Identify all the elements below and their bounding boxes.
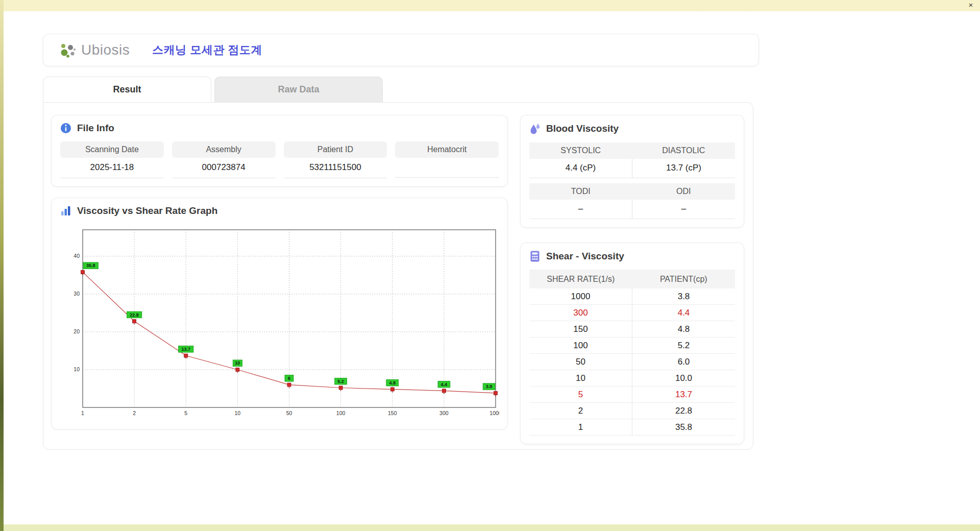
bv-value-row-1: 4.4 (cP) 13.7 (cP) [529,159,735,178]
shear-rate-value: 2 [529,403,632,419]
svg-text:40: 40 [74,253,80,259]
header-card: Ubiosis 스캐닝 모세관 점도계 [43,34,759,66]
svg-text:2: 2 [133,410,136,416]
bv-header-odi: ODI [632,183,736,200]
sv-body: 10003.83004.41504.81005.2506.01010.0513.… [529,288,735,436]
graph-card-title: Viscosity vs Shear Rate Graph [60,205,499,216]
shear-viscosity-row: 3004.4 [529,305,735,321]
bar-chart-icon [60,205,71,216]
file-info-value [395,158,499,178]
shear-viscosity-row: 1010.0 [529,370,735,387]
file-info-label: Scanning Date [60,141,164,158]
right-column: Blood Viscosity SYSTOLIC DIASTOLIC 4.4 (… [520,115,744,444]
bv-header-row-1: SYSTOLIC DIASTOLIC [529,142,735,159]
bv-header-systolic: SYSTOLIC [529,142,632,159]
droplets-icon [529,123,541,135]
svg-text:5: 5 [184,410,187,416]
page-title: 스캐닝 모세관 점도계 [152,42,262,58]
desktop-edge [0,0,4,531]
info-icon [60,123,71,134]
shear-viscosity-title-text: Shear - Viscosity [546,251,624,262]
patient-value: 10.0 [632,370,735,386]
file-info-label: Hematocrit [395,141,499,158]
svg-text:35.8: 35.8 [86,263,95,268]
svg-text:13.7: 13.7 [181,347,190,352]
shear-rate-value: 100 [529,337,632,353]
svg-text:22.8: 22.8 [130,312,139,318]
patient-value: 22.8 [632,403,735,419]
file-info-grid: Scanning Date2025-11-18Assembly000723874… [60,141,499,178]
svg-text:1: 1 [81,410,84,416]
shear-rate-value: 300 [529,305,632,321]
svg-text:1000: 1000 [489,410,499,416]
svg-text:30: 30 [74,291,80,297]
left-column: File Info Scanning Date2025-11-18Assembl… [51,115,508,444]
file-info-field: Assembly000723874 [172,141,276,178]
svg-text:10: 10 [74,366,80,372]
svg-text:3.8: 3.8 [486,384,493,389]
svg-text:10: 10 [235,360,240,366]
bv-value-row-2: – – [529,200,735,219]
shear-rate-value: 5 [529,387,632,402]
patient-value: 4.8 [632,321,735,337]
svg-text:20: 20 [74,328,80,334]
shear-viscosity-row: 513.7 [529,387,735,403]
bv-value-systolic: 4.4 (cP) [529,159,632,178]
file-info-label: Assembly [172,141,276,158]
shear-viscosity-card-title: Shear - Viscosity [529,250,735,262]
shear-viscosity-row: 135.8 [529,419,735,436]
sv-header-row: SHEAR RATE(1/s) PATIENT(cp) [529,270,735,288]
ubiosis-logo: Ubiosis [58,41,130,59]
file-info-field: Hematocrit [395,141,499,178]
window-titlebar: × [0,0,980,11]
patient-value: 4.4 [632,305,735,321]
svg-text:100: 100 [336,410,346,416]
blood-viscosity-table: SYSTOLIC DIASTOLIC 4.4 (cP) 13.7 (cP) TO… [529,142,735,219]
svg-text:10: 10 [235,410,241,416]
svg-text:50: 50 [286,410,292,416]
patient-value: 13.7 [632,387,735,402]
shear-rate-value: 10 [529,370,632,386]
svg-text:6: 6 [288,376,290,381]
bv-value-todi: – [529,200,632,219]
shear-rate-value: 1000 [529,288,632,304]
shear-viscosity-row: 222.8 [529,403,735,419]
tab-result[interactable]: Result [43,77,211,102]
svg-text:150: 150 [388,410,397,416]
blood-viscosity-title-text: Blood Viscosity [546,123,619,134]
shear-viscosity-row: 1005.2 [529,337,735,354]
shear-rate-value: 1 [529,419,632,435]
patient-value: 6.0 [632,354,735,370]
shear-viscosity-table: SHEAR RATE(1/s) PATIENT(cp) 10003.83004.… [529,270,735,436]
file-info-card-title: File Info [60,123,499,134]
viscosity-shear-rate-chart: 102030401251050100150300100035.822.813.7… [64,223,499,421]
file-info-value: 000723874 [172,158,276,178]
shear-rate-value: 150 [529,321,632,337]
svg-text:300: 300 [439,410,449,416]
shear-rate-value: 50 [529,354,632,370]
blood-viscosity-card: Blood Viscosity SYSTOLIC DIASTOLIC 4.4 (… [520,115,744,228]
app-window: Ubiosis 스캐닝 모세관 점도계 Result Raw Data [4,11,980,524]
calculator-icon [529,250,541,262]
sv-col-shear-rate: SHEAR RATE(1/s) [529,270,632,288]
svg-text:4.8: 4.8 [389,380,396,385]
window-close-button[interactable]: × [966,1,975,10]
shear-viscosity-card: Shear - Viscosity SHEAR RATE(1/s) PATIEN… [520,243,744,444]
file-info-value: 2025-11-18 [60,158,164,178]
svg-text:5.2: 5.2 [337,379,344,384]
tab-raw-data[interactable]: Raw Data [214,77,383,102]
bv-header-diastolic: DIASTOLIC [632,142,736,159]
shear-viscosity-row: 1504.8 [529,321,735,337]
graph-title-text: Viscosity vs Shear Rate Graph [77,205,217,216]
bv-header-row-2: TODI ODI [529,183,735,200]
patient-value: 35.8 [632,419,735,435]
bv-value-diastolic: 13.7 (cP) [632,159,735,178]
shear-viscosity-row: 506.0 [529,354,735,370]
file-info-card: File Info Scanning Date2025-11-18Assembl… [51,115,508,187]
patient-value: 5.2 [632,337,735,353]
file-info-title-text: File Info [77,123,114,134]
patient-value: 3.8 [632,288,735,304]
tab-panel: File Info Scanning Date2025-11-18Assembl… [43,102,753,450]
file-info-value: 53211151500 [284,158,387,178]
file-info-label: Patient ID [284,141,387,158]
